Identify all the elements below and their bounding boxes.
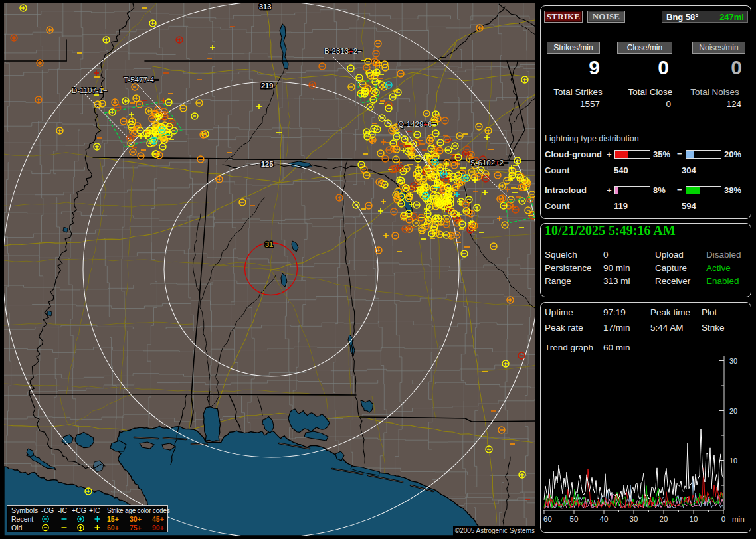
svg-text:60: 60 <box>543 515 552 523</box>
svg-text:10: 10 <box>690 515 698 523</box>
svg-text:min: min <box>732 515 745 523</box>
svg-text:219: 219 <box>261 82 273 90</box>
svg-text:125: 125 <box>261 160 273 168</box>
svg-text:10: 10 <box>729 457 737 465</box>
svg-text:T-5477-4−: T-5477-4− <box>124 76 159 84</box>
svg-text:31: 31 <box>265 240 273 248</box>
svg-text:313: 313 <box>259 3 271 11</box>
svg-text:50: 50 <box>570 515 579 523</box>
svg-text:B-2313+2−: B-2313+2− <box>324 47 362 55</box>
svg-text:Q-1429+6−: Q-1429+6− <box>398 120 436 128</box>
svg-text:20: 20 <box>660 515 668 523</box>
svg-text:S-6102+2−: S-6102+2− <box>470 159 508 167</box>
svg-text:30: 30 <box>630 515 638 523</box>
svg-text:20: 20 <box>729 407 737 415</box>
svg-text:30: 30 <box>729 357 737 365</box>
svg-text:0: 0 <box>721 515 725 523</box>
svg-text:40: 40 <box>600 515 609 523</box>
svg-text:D-1107-1−: D-1107-1− <box>72 86 108 94</box>
